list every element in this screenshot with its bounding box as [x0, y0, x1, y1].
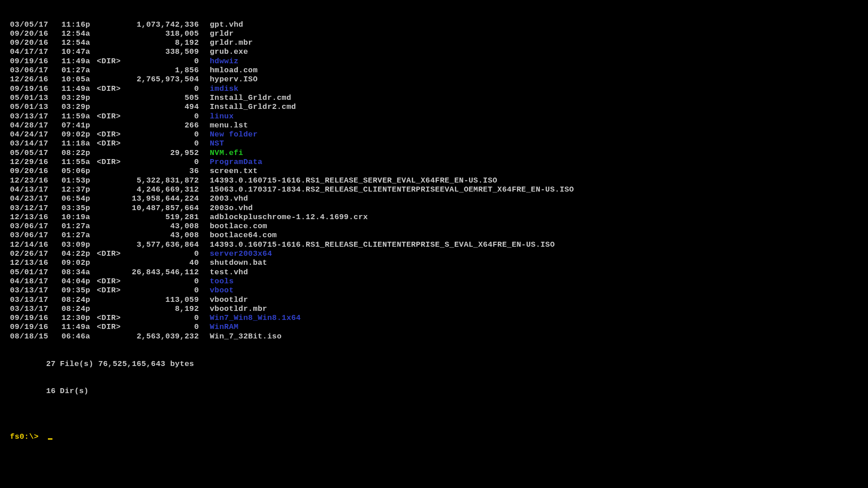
dir-listing: 03/05/1711:16p1,073,742,336gpt.vhd09/20/… — [10, 20, 858, 341]
entry-size: 505 — [123, 94, 199, 103]
dir-entry: 12/29/1611:55a<DIR>0ProgramData — [10, 158, 858, 167]
entry-name: grub.exe — [210, 47, 248, 56]
entry-time: 12:30p — [61, 314, 97, 323]
entry-size: 1,856 — [123, 66, 199, 75]
prompt-line[interactable]: fs0:\> — [10, 432, 858, 441]
entry-size: 2,563,039,232 — [123, 332, 199, 341]
entry-name: grldr — [210, 29, 234, 38]
entry-size: 43,008 — [123, 222, 199, 231]
entry-date: 03/06/17 — [10, 231, 61, 240]
dir-entry: 08/18/1506:46a2,563,039,232Win_7_32Bit.i… — [10, 332, 858, 341]
entry-name: 15063.0.170317-1834.RS2_RELEASE_CLIENTEN… — [210, 185, 574, 194]
entry-name: hyperv.ISO — [210, 75, 258, 84]
entry-name: WinRAM — [210, 323, 239, 332]
entry-time: 10:05a — [61, 75, 97, 84]
entry-size: 5,322,831,872 — [123, 176, 199, 185]
summary-files: 27 File(s) 76,525,165,643 bytes — [10, 360, 858, 369]
entry-size: 26,843,546,112 — [123, 268, 199, 277]
dir-entry: 09/20/1612:54a8,192grldr.mbr — [10, 38, 858, 47]
entry-date: 03/06/17 — [10, 66, 61, 75]
entry-size: 36 — [123, 167, 199, 176]
entry-name: imdisk — [210, 84, 239, 94]
entry-dir-flag: <DIR> — [97, 249, 123, 258]
dir-entry: 04/17/1710:47a338,509grub.exe — [10, 47, 858, 56]
dir-entry: 09/20/1605:06p36screen.txt — [10, 167, 858, 176]
entry-name: New folder — [210, 130, 258, 139]
entry-time: 05:06p — [61, 167, 97, 176]
entry-name: vboot — [210, 286, 234, 295]
entry-name: test.vhd — [210, 268, 248, 277]
entry-time: 10:47a — [61, 47, 97, 56]
entry-time: 09:02p — [61, 130, 97, 139]
entry-size: 0 — [123, 158, 199, 167]
entry-time: 11:55a — [61, 158, 97, 167]
entry-date: 02/26/17 — [10, 249, 61, 258]
entry-date: 03/13/17 — [10, 286, 61, 295]
entry-time: 12:37p — [61, 185, 97, 194]
dir-entry: 03/06/1701:27a43,008bootlace64.com — [10, 231, 858, 240]
entry-date: 03/06/17 — [10, 222, 61, 231]
entry-dir-flag: <DIR> — [97, 139, 123, 148]
entry-date: 03/13/17 — [10, 112, 61, 121]
entry-date: 03/13/17 — [10, 305, 61, 314]
entry-name: Install_Grldr2.cmd — [210, 103, 296, 112]
entry-time: 08:34a — [61, 268, 97, 277]
entry-time: 11:59a — [61, 112, 97, 121]
entry-dir-flag: <DIR> — [97, 84, 123, 94]
entry-dir-flag: <DIR> — [97, 277, 123, 286]
entry-time: 01:27a — [61, 231, 97, 240]
entry-size: 318,005 — [123, 29, 199, 38]
dir-entry: 04/13/1712:37p4,246,669,31215063.0.17031… — [10, 185, 858, 194]
entry-size: 0 — [123, 84, 199, 94]
entry-size: 43,008 — [123, 231, 199, 240]
entry-time: 08:24p — [61, 296, 97, 305]
entry-size: 13,958,644,224 — [123, 194, 199, 203]
entry-size: 2,765,973,504 — [123, 75, 199, 84]
dir-entry: 12/13/1609:02p40shutdown.bat — [10, 258, 858, 267]
entry-name: vbootldr — [210, 296, 248, 305]
entry-time: 08:24p — [61, 305, 97, 314]
entry-name: menu.lst — [210, 121, 248, 130]
entry-date: 12/13/16 — [10, 213, 61, 222]
entry-size: 0 — [123, 249, 199, 258]
entry-date: 04/18/17 — [10, 277, 61, 286]
entry-size: 0 — [123, 286, 199, 295]
dir-entry: 09/19/1611:49a<DIR>0WinRAM — [10, 323, 858, 332]
dir-entry: 04/24/1709:02p<DIR>0New folder — [10, 130, 858, 139]
entry-date: 05/01/13 — [10, 103, 61, 112]
dir-entry: 05/01/1708:34a26,843,546,112test.vhd — [10, 268, 858, 277]
entry-time: 12:54a — [61, 29, 97, 38]
entry-size: 10,487,857,664 — [123, 204, 199, 213]
entry-dir-flag: <DIR> — [97, 323, 123, 332]
entry-date: 03/14/17 — [10, 139, 61, 148]
entry-time: 04:04p — [61, 277, 97, 286]
entry-name: NVM.efi — [210, 149, 243, 158]
dir-entry: 03/13/1711:59a<DIR>0linux — [10, 112, 858, 121]
entry-time: 06:54p — [61, 194, 97, 203]
dir-entry: 12/26/1610:05a2,765,973,504hyperv.ISO — [10, 75, 858, 84]
entry-time: 04:22p — [61, 249, 97, 258]
entry-time: 09:02p — [61, 258, 97, 267]
shell-prompt: fs0:\> — [10, 432, 43, 441]
dir-entry: 12/23/1601:53p5,322,831,87214393.0.16071… — [10, 176, 858, 185]
entry-dir-flag: <DIR> — [97, 57, 123, 66]
dir-entry: 03/12/1703:35p10,487,857,6642003o.vhd — [10, 204, 858, 213]
dir-entry: 03/14/1711:18a<DIR>0NST — [10, 139, 858, 148]
entry-date: 08/18/15 — [10, 332, 61, 341]
entry-time: 12:54a — [61, 38, 97, 47]
entry-date: 09/20/16 — [10, 38, 61, 47]
entry-time: 01:27a — [61, 66, 97, 75]
entry-date: 03/13/17 — [10, 296, 61, 305]
dir-entry: 12/14/1603:09p3,577,636,86414393.0.16071… — [10, 240, 858, 249]
entry-size: 0 — [123, 323, 199, 332]
summary-dirs: 16 Dir(s) — [10, 387, 858, 396]
entry-name: 2003.vhd — [210, 194, 248, 203]
entry-date: 09/20/16 — [10, 29, 61, 38]
entry-size: 0 — [123, 277, 199, 286]
cursor-icon — [48, 438, 52, 440]
entry-date: 05/01/13 — [10, 94, 61, 103]
dir-entry: 03/13/1709:35p<DIR>0vboot — [10, 286, 858, 295]
dir-entry: 03/05/1711:16p1,073,742,336gpt.vhd — [10, 20, 858, 29]
entry-size: 266 — [123, 121, 199, 130]
dir-entry: 03/13/1708:24p8,192vbootldr.mbr — [10, 305, 858, 314]
